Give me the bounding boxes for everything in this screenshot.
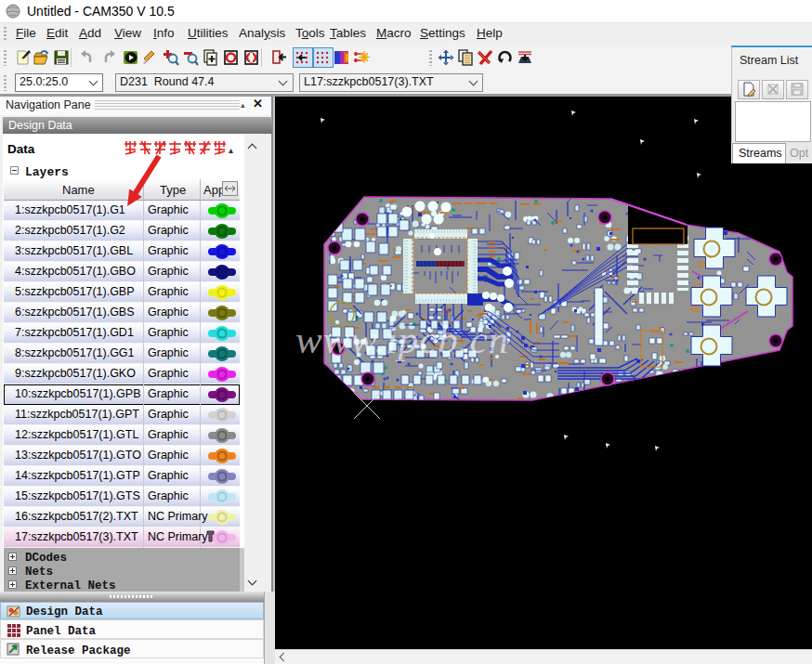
svg-text:www.ipcb.cn: www.ipcb.cn <box>295 318 509 361</box>
